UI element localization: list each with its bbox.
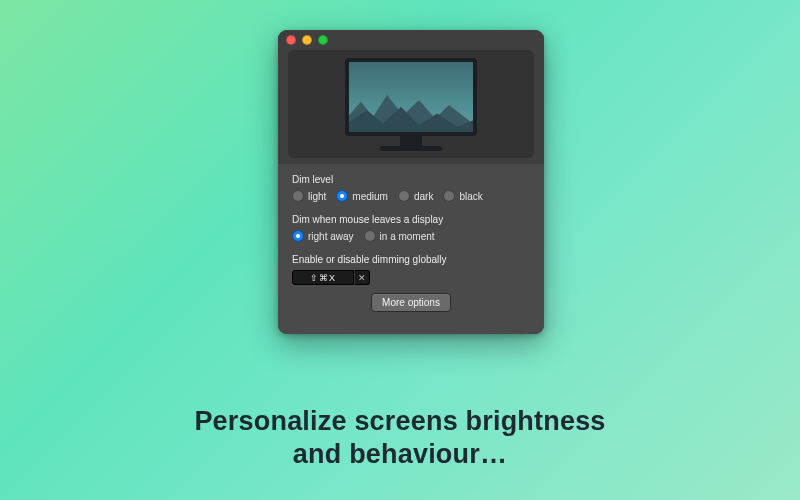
dim-when-label: Dim when mouse leaves a display — [292, 214, 530, 225]
preferences-window: Dim level light medium dark black — [278, 30, 544, 334]
radio-label: in a moment — [380, 231, 435, 242]
radio-icon — [398, 190, 410, 202]
dim-level-options: light medium dark black — [292, 190, 530, 202]
dim-when-option-right-away[interactable]: right away — [292, 230, 354, 242]
hero-monitor-illustration — [288, 50, 534, 158]
dim-level-option-dark[interactable]: dark — [398, 190, 433, 202]
shortcut-field[interactable]: ⇧⌘X — [292, 270, 354, 285]
dim-when-option-in-a-moment[interactable]: in a moment — [364, 230, 435, 242]
dim-when-options: right away in a moment — [292, 230, 530, 242]
radio-icon — [336, 190, 348, 202]
window-zoom-button[interactable] — [318, 35, 328, 45]
dim-level-option-light[interactable]: light — [292, 190, 326, 202]
window-minimize-button[interactable] — [302, 35, 312, 45]
radio-icon — [292, 190, 304, 202]
page-caption: Personalize screens brightness and behav… — [0, 405, 800, 473]
more-options-button[interactable]: More options — [371, 293, 451, 312]
radio-label: medium — [352, 191, 388, 202]
window-titlebar — [278, 30, 544, 50]
close-icon: ✕ — [358, 273, 366, 283]
caption-line-2: and behaviour… — [0, 438, 800, 472]
radio-label: dark — [414, 191, 433, 202]
shortcut-clear-button[interactable]: ✕ — [354, 270, 370, 285]
radio-label: light — [308, 191, 326, 202]
radio-icon — [443, 190, 455, 202]
global-toggle-group: Enable or disable dimming globally ⇧⌘X ✕ — [292, 254, 530, 285]
radio-icon — [364, 230, 376, 242]
global-toggle-label: Enable or disable dimming globally — [292, 254, 530, 265]
radio-label: black — [459, 191, 482, 202]
settings-panel: Dim level light medium dark black — [278, 164, 544, 334]
dim-level-group: Dim level light medium dark black — [292, 174, 530, 202]
panel-footer: More options — [292, 293, 530, 322]
dim-when-group: Dim when mouse leaves a display right aw… — [292, 214, 530, 242]
monitor-icon — [345, 58, 477, 151]
caption-line-1: Personalize screens brightness — [0, 405, 800, 439]
dim-level-label: Dim level — [292, 174, 530, 185]
radio-label: right away — [308, 231, 354, 242]
window-close-button[interactable] — [286, 35, 296, 45]
radio-icon — [292, 230, 304, 242]
dim-level-option-medium[interactable]: medium — [336, 190, 388, 202]
shortcut-recorder: ⇧⌘X ✕ — [292, 270, 530, 285]
mountains-icon — [349, 90, 473, 132]
dim-level-option-black[interactable]: black — [443, 190, 482, 202]
